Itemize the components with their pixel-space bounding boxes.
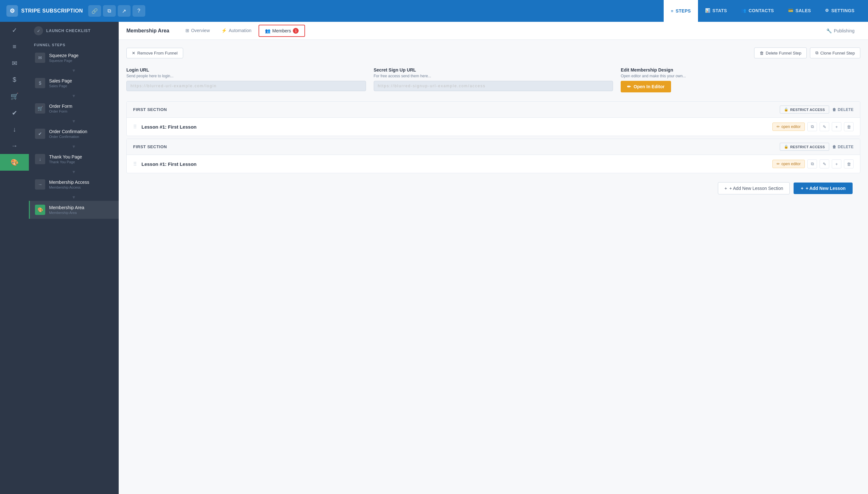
overview-icon: ⊞	[186, 28, 189, 33]
remove-from-funnel-button[interactable]: ✕ Remove From Funnel	[127, 48, 183, 58]
help-tool-button[interactable]: ?	[133, 5, 145, 17]
thank-you-step-icon: ↓	[35, 154, 45, 164]
tab-contacts[interactable]: 👥 CONTACTS	[734, 0, 781, 22]
section-1-header: FIRST SECTION 🔒 RESTRICT ACCESS 🗑 DELETE	[127, 102, 860, 118]
tab-stats[interactable]: 📊 STATS	[698, 0, 734, 22]
external-link-tool-button[interactable]: ↗	[118, 5, 131, 17]
sidebar-item-palette[interactable]: 🎨	[0, 154, 29, 171]
tool-buttons: 🔗 ⧉ ↗ ?	[88, 5, 145, 17]
sub-tab-automation[interactable]: ⚡ Automation	[215, 22, 257, 40]
restrict-access-button-2[interactable]: 🔒 RESTRICT ACCESS	[780, 143, 829, 151]
lesson-2-add-button[interactable]: +	[832, 159, 842, 168]
open-in-editor-button[interactable]: ✏ Open In Editor	[621, 81, 671, 92]
delete-section-button-2[interactable]: 🗑 DELETE	[832, 145, 853, 149]
sub-tab-publishing[interactable]: 🔧 Publishing	[821, 22, 860, 40]
clone-funnel-step-button[interactable]: ⧉ Clone Funnel Step	[810, 48, 860, 58]
drag-handle-1[interactable]: ⠿	[133, 124, 137, 130]
members-badge: 1	[293, 28, 298, 34]
funnel-step-membership-access[interactable]: → Membership Access Membership Access	[29, 175, 119, 193]
lesson-1-delete-button[interactable]: 🗑	[844, 122, 853, 131]
copy-lesson-1-icon: ⧉	[811, 124, 814, 129]
edit-lesson-1-icon: ✎	[823, 125, 826, 129]
secret-signup-url-desc: For free access send them here...	[374, 74, 613, 78]
section-1-actions: 🔒 RESTRICT ACCESS 🗑 DELETE	[780, 106, 853, 114]
restrict-access-button-1[interactable]: 🔒 RESTRICT ACCESS	[780, 106, 829, 114]
remove-icon: ✕	[132, 51, 135, 56]
lesson-1-open-editor-button[interactable]: ✏ open editor	[772, 122, 805, 131]
lock-icon-1: 🔒	[784, 108, 788, 112]
funnel-step-order-form[interactable]: 🛒 Order Form Order Form	[29, 99, 119, 117]
sidebar-item-login[interactable]: →	[0, 138, 29, 154]
delete-funnel-step-label: Delete Funnel Step	[766, 51, 801, 56]
add-new-lesson-section-button[interactable]: + + Add New Lesson Section	[718, 182, 790, 194]
lesson-1-copy-button[interactable]: ⧉	[807, 122, 817, 131]
step-divider-1: ▾	[29, 67, 119, 74]
order-form-step-name: Order Form	[49, 103, 114, 109]
order-confirmation-step-icon: ✔	[35, 129, 45, 139]
settings-icon: ⚙	[825, 8, 829, 13]
remove-from-funnel-label: Remove From Funnel	[137, 51, 178, 56]
drag-handle-2[interactable]: ⠿	[133, 161, 137, 167]
funnel-step-membership-area[interactable]: 🎨 Membership Area Membership Area	[29, 201, 119, 219]
checklist-icon: ✓	[12, 26, 17, 34]
sales-step-name: Sales Page	[49, 78, 114, 83]
tab-contacts-label: CONTACTS	[749, 8, 774, 13]
sales-step-info: Sales Page Sales Page	[49, 78, 114, 88]
lesson-1-add-button[interactable]: +	[832, 122, 842, 131]
section-2-actions: 🔒 RESTRICT ACCESS 🗑 DELETE	[780, 143, 853, 151]
top-navigation: ⚙ STRIPE SUBSCRIPTION 🔗 ⧉ ↗ ? ≡ STEPS 📊 …	[0, 0, 868, 22]
edit-membership-label: Edit Membership Design	[621, 68, 860, 73]
sub-tab-overview[interactable]: ⊞ Overview	[180, 22, 215, 40]
membership-access-step-icon: →	[35, 179, 45, 190]
funnel-step-squeeze[interactable]: ✉ Squeeze Page Squeeze Page	[29, 49, 119, 67]
main-layout: ✓ ≡ ✉ $ 🛒 ✔ ↓ → 🎨 ✓ LAUNCH CHECKLIST	[0, 22, 868, 494]
copy-tool-button[interactable]: ⧉	[103, 5, 116, 17]
lesson-2-edit-button[interactable]: ✎	[819, 159, 829, 168]
lesson-2-copy-button[interactable]: ⧉	[807, 159, 817, 168]
add-new-lesson-button[interactable]: + + Add New Lesson	[794, 183, 853, 194]
lesson-2-delete-button[interactable]: 🗑	[844, 159, 853, 168]
launch-checklist-item[interactable]: ✓ LAUNCH CHECKLIST	[29, 22, 119, 40]
sidebar-item-cart[interactable]: 🛒	[0, 88, 29, 104]
tab-settings[interactable]: ⚙ SETTINGS	[818, 0, 862, 22]
lesson-1-editor-icon: ✏	[776, 125, 780, 129]
add-section-icon: +	[725, 186, 727, 191]
delete-lesson-1-icon: 🗑	[847, 125, 851, 129]
delete-step-icon: 🗑	[759, 51, 764, 56]
sales-step-type: Sales Page	[49, 84, 114, 88]
gear-icon: ⚙	[6, 5, 18, 17]
add-new-lesson-label: + Add New Lesson	[806, 186, 846, 191]
funnel-step-sales[interactable]: $ Sales Page Sales Page	[29, 74, 119, 92]
sidebar-item-download[interactable]: ↓	[0, 121, 29, 138]
funnel-step-thank-you[interactable]: ↓ Thank You Page Thank You Page	[29, 150, 119, 168]
sidebar-item-funnel-steps[interactable]: ≡	[0, 38, 29, 55]
sidebar-item-email[interactable]: ✉	[0, 55, 29, 72]
squeeze-step-type: Squeeze Page	[49, 59, 114, 62]
add-lesson-icon: +	[801, 186, 803, 191]
secret-signup-url-input[interactable]	[374, 81, 613, 91]
lesson-1-edit-button[interactable]: ✎	[819, 122, 829, 131]
lesson-1-name: Lesson #1: First Lesson	[141, 124, 768, 130]
delete-section-button-1[interactable]: 🗑 DELETE	[832, 108, 853, 112]
tab-sales[interactable]: 💳 SALES	[781, 0, 818, 22]
funnel-step-order-confirmation[interactable]: ✔ Order Confirmation Order Confirmation	[29, 125, 119, 143]
nav-tabs: ≡ STEPS 📊 STATS 👥 CONTACTS 💳 SALES ⚙ SET…	[664, 0, 862, 22]
lesson-section-2: FIRST SECTION 🔒 RESTRICT ACCESS 🗑 DELETE	[127, 138, 860, 173]
sidebar-item-checkmark[interactable]: ✔	[0, 104, 29, 121]
delete-funnel-step-button[interactable]: 🗑 Delete Funnel Step	[754, 48, 807, 58]
lesson-2-open-editor-button[interactable]: ✏ open editor	[772, 160, 805, 168]
sidebar-item-checklist[interactable]: ✓	[0, 22, 29, 38]
sidebar: ✓ ≡ ✉ $ 🛒 ✔ ↓ → 🎨	[0, 22, 29, 494]
lesson-row-1: ⠿ Lesson #1: First Lesson ✏ open editor …	[127, 118, 860, 136]
step-divider-4: ▾	[29, 143, 119, 150]
delete-lesson-2-icon: 🗑	[847, 162, 851, 167]
add-lesson-2-icon: +	[835, 162, 838, 167]
tab-steps[interactable]: ≡ STEPS	[664, 0, 698, 22]
secret-signup-url-label: Secret Sign Up URL	[374, 68, 613, 73]
link-tool-button[interactable]: 🔗	[88, 5, 101, 17]
side-panel: ✓ LAUNCH CHECKLIST FUNNEL STEPS ✉ Squeez…	[29, 22, 119, 494]
sidebar-item-dollar[interactable]: $	[0, 72, 29, 88]
login-url-input[interactable]	[127, 81, 366, 91]
sub-tab-members[interactable]: 👥 Members 1	[258, 25, 305, 37]
order-confirmation-step-name: Order Confirmation	[49, 129, 114, 134]
